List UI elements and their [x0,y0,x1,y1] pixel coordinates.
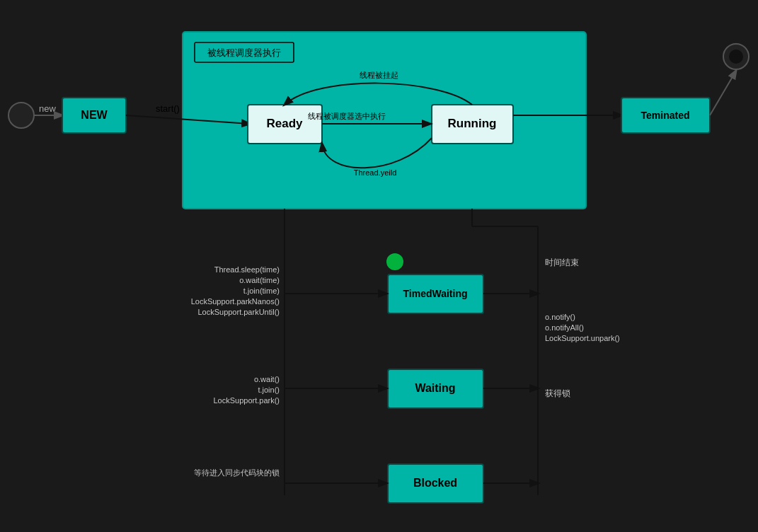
new-box-label: NEW [81,109,108,121]
notify-3: LockSupport.unpark() [545,334,620,342]
scheduler-box [183,32,586,209]
scheduler-label: 被线程调度器执行 [207,47,281,58]
start-label: start() [156,103,180,114]
terminated-label: Teminated [641,110,690,121]
timed-waiting-methods-5: LockSupport.parkUntil() [197,308,280,316]
waiting-label: Waiting [415,382,455,394]
timed-waiting-methods-4: LockSupport.parkNanos() [191,297,280,306]
diagram-container: 被线程调度器执行 new NEW start() Ready Running 线… [0,0,758,532]
wait-for-sync-label: 等待进入同步代码块的锁 [194,468,280,477]
running-label: Running [448,117,497,130]
waiting-methods-1: o.wait() [254,375,280,383]
notify-2: o.notifyAll() [545,323,584,332]
new-label: new [39,103,56,114]
blocked-label: Blocked [413,477,457,489]
ready-label: Ready [266,117,303,130]
get-lock-label: 获得锁 [545,388,570,398]
time-end-label: 时间结束 [545,258,579,267]
waiting-methods-2: t.join() [258,386,280,394]
start-circle [8,103,34,128]
cursor-dot [386,253,403,270]
timed-waiting-methods-3: t.join(time) [243,287,280,295]
timed-waiting-label: TimedWaiting [403,288,468,299]
scheduler-selected-label: 线程被调度器选中执行 [308,112,386,120]
end-circle-inner [729,50,743,64]
notify-1: o.notify() [545,313,575,321]
timed-waiting-methods-1: Thread.sleep(time) [214,265,280,274]
waiting-methods-3: LockSupport.park() [213,396,280,405]
timed-waiting-methods-2: o.wait(time) [239,276,280,284]
thread-yield-label: Thread.yeild [354,168,397,177]
suspended-label: 线程被挂起 [360,71,398,79]
